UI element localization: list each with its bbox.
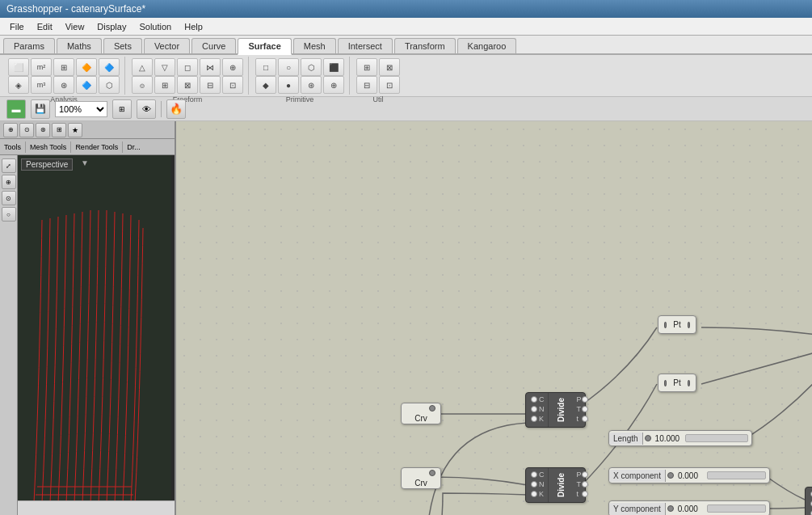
toolbar-group-primitive: □ ○ ⬡ ⬛ ◆ ● ⊛ ⊕ Primitive: [250, 57, 350, 95]
tb-btn-5[interactable]: ◈: [8, 76, 29, 94]
tab-curve[interactable]: Curve: [191, 38, 236, 53]
tb-prim-5[interactable]: ◆: [255, 76, 276, 94]
tb-prim-7[interactable]: ⊛: [301, 76, 322, 94]
crv1-label: Crv: [402, 413, 440, 424]
node-pt1[interactable]: Pt: [658, 315, 696, 334]
tb-ff-4[interactable]: ⋈: [200, 58, 221, 76]
tb-btn-6[interactable]: ⊛: [53, 76, 74, 94]
tb-btn-3[interactable]: 🔶: [76, 58, 97, 76]
ycomp-label: Y component: [609, 503, 666, 515]
tb-btn-m2[interactable]: m²: [31, 58, 52, 76]
tb-ff-3[interactable]: ◻: [177, 58, 198, 76]
port-divide1-p-out: P: [574, 395, 593, 404]
tb-ff-2[interactable]: ▽: [154, 58, 175, 76]
port-vec-y-in: Y: [806, 499, 812, 509]
menu-file[interactable]: File: [3, 20, 31, 33]
menu-display[interactable]: Display: [90, 20, 133, 33]
flame-btn[interactable]: 🔥: [166, 99, 186, 119]
rhino-tb-1[interactable]: ⊕: [3, 123, 18, 137]
tb-util-3[interactable]: ⊟: [356, 76, 377, 94]
group-label-primitive: Primitive: [286, 95, 314, 103]
length-bar[interactable]: [685, 434, 748, 442]
tb-btn-4[interactable]: 🔷: [99, 58, 120, 76]
node-ycomp[interactable]: Y component 0.000: [608, 500, 770, 515]
length-dot: [645, 435, 651, 441]
xcomp-value: 0.000: [675, 471, 704, 481]
rhino-side-4[interactable]: ○: [2, 207, 16, 222]
tb-btn-m3[interactable]: m³: [31, 76, 52, 94]
tb-ff-10[interactable]: ⊡: [222, 76, 243, 94]
rhino-tb-2[interactable]: ⊙: [19, 123, 34, 137]
tb-util-2[interactable]: ⊠: [379, 58, 400, 76]
eye-btn[interactable]: 👁: [137, 99, 156, 119]
rhino-tab-render[interactable]: Render Tools: [71, 141, 123, 153]
node-crv2[interactable]: Crv: [401, 467, 441, 489]
port-crv2-out: [429, 470, 435, 476]
tb-btn-7[interactable]: 🔷: [76, 76, 97, 94]
tab-intersect[interactable]: Intersect: [338, 38, 393, 53]
pt2-label: Pt: [668, 377, 685, 389]
zoom-select[interactable]: 100% 50% 75% 150% 200%: [55, 101, 107, 117]
rhino-tab-mesh[interactable]: Mesh Tools: [26, 141, 71, 153]
tab-transform[interactable]: Transform: [394, 38, 456, 53]
tb-util-1[interactable]: ⊞: [356, 58, 377, 76]
menu-edit[interactable]: Edit: [31, 20, 59, 33]
tb-util-4[interactable]: ⊡: [379, 76, 400, 94]
fit-btn[interactable]: ⊞: [112, 99, 132, 119]
node-divide2[interactable]: C N K Divide P T t: [525, 467, 586, 503]
tb-btn-8[interactable]: ⬡: [99, 76, 120, 94]
tb-ff-1[interactable]: △: [132, 58, 153, 76]
viewport-dropdown-btn[interactable]: ▼: [81, 158, 89, 167]
xcomp-bar[interactable]: [707, 471, 766, 479]
tb-ff-5[interactable]: ⊕: [222, 58, 243, 76]
toolbar-group-freeform: △ ▽ ◻ ⋈ ⊕ ⌾ ⊞ ⊠ ⊟ ⊡ Freeform: [127, 57, 249, 95]
tb-prim-8[interactable]: ⊕: [323, 76, 344, 94]
menu-solution[interactable]: Solution: [133, 20, 178, 33]
tab-mesh[interactable]: Mesh: [293, 38, 336, 53]
node-crv1[interactable]: Crv: [401, 403, 441, 424]
port-divide1-t-out: T: [574, 404, 593, 414]
node-xcomp[interactable]: X component 0.000: [608, 467, 770, 483]
tb-btn-2[interactable]: ⊞: [53, 58, 74, 76]
tb-ff-7[interactable]: ⊞: [154, 76, 175, 94]
rhino-tb-4[interactable]: ⊞: [52, 123, 66, 137]
menu-view[interactable]: View: [59, 20, 91, 33]
tb-ff-6[interactable]: ⌾: [132, 76, 153, 94]
tab-params[interactable]: Params: [3, 38, 55, 53]
rhino-tab-dr[interactable]: Dr...: [123, 141, 145, 153]
tb-prim-4[interactable]: ⬛: [323, 58, 344, 76]
tb-prim-2[interactable]: ○: [278, 58, 299, 76]
tab-vector[interactable]: Vector: [144, 38, 190, 53]
new-btn[interactable]: ▬: [6, 99, 26, 119]
tab-kangaroo[interactable]: Kangaroo: [457, 38, 517, 53]
tb-ff-9[interactable]: ⊟: [200, 76, 221, 94]
pt1-label: Pt: [668, 319, 685, 331]
tab-sets[interactable]: Sets: [103, 38, 142, 53]
tab-surface[interactable]: Surface: [238, 38, 291, 55]
menu-help[interactable]: Help: [178, 20, 209, 33]
toolbar-group-analysis: ⬜ m² ⊞ 🔶 🔷 ◈ m³ ⊛ 🔷 ⬡ Analysis: [3, 57, 125, 95]
ycomp-bar[interactable]: [707, 504, 766, 513]
xcomp-dot: [667, 472, 674, 479]
xcomp-label: X component: [609, 470, 666, 482]
tb-prim-6[interactable]: ●: [278, 76, 299, 94]
node-pt2[interactable]: Pt: [658, 374, 696, 392]
node-length[interactable]: Length 10.000: [608, 430, 752, 446]
node-vec[interactable]: X Y Z Vec V L: [805, 487, 812, 515]
save-btn[interactable]: 💾: [31, 99, 50, 119]
rhino-tb-5[interactable]: ★: [68, 123, 82, 137]
tab-maths[interactable]: Maths: [57, 38, 102, 53]
node-canvas[interactable]: Crv Crv C N K Divide P T: [176, 121, 812, 515]
rhino-side-1[interactable]: ⤢: [2, 158, 16, 173]
rhino-side-3[interactable]: ⊙: [2, 191, 16, 205]
main-area: ⊕ ⊙ ⊛ ⊞ ★ Tools Mesh Tools Render Tools …: [0, 121, 812, 515]
rhino-tab-tools[interactable]: Tools: [0, 141, 26, 153]
node-divide1[interactable]: C N K Divide P T t: [525, 392, 586, 428]
tb-prim-3[interactable]: ⬡: [301, 58, 322, 76]
tb-prim-1[interactable]: □: [255, 58, 276, 76]
rhino-side-2[interactable]: ⊕: [2, 175, 16, 189]
port-divide1-tl-out: t: [574, 414, 593, 424]
tb-btn-1[interactable]: ⬜: [8, 58, 29, 76]
rhino-tb-3[interactable]: ⊛: [36, 123, 50, 137]
tb-ff-8[interactable]: ⊠: [177, 76, 198, 94]
